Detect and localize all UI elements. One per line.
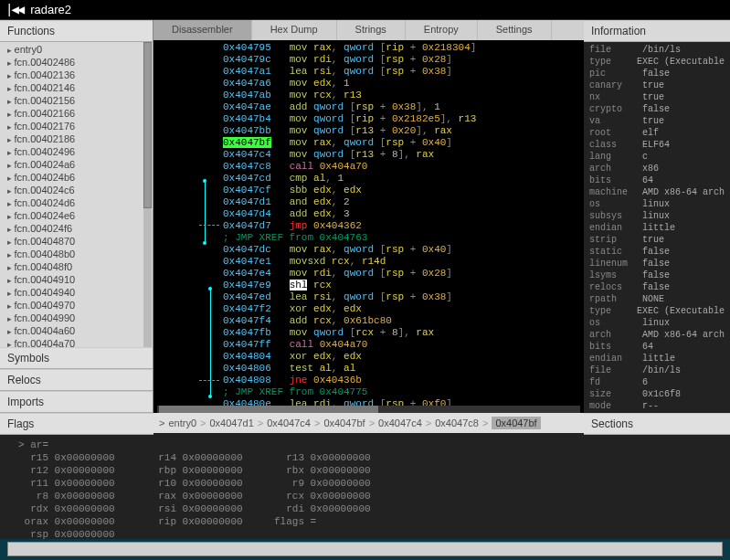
info-row: oslinux [589,317,725,329]
breadcrumb-item[interactable]: 0x4047c8 [435,417,479,428]
fn-item[interactable]: fcn.00404a60 [0,325,153,338]
breadcrumb-item[interactable]: 0x4047bf [323,417,365,428]
fn-item[interactable]: entry0 [0,44,153,57]
fn-item[interactable]: fcn.00404940 [0,287,153,300]
fn-item[interactable]: fcn.004048f0 [0,261,153,274]
disasm-line[interactable]: 0x4047bb mov qword [r13 + 0x20], rax [223,125,584,137]
left-panel: Functions entry0fcn.00402486fcn.00402136… [0,20,153,413]
fn-item[interactable]: fcn.00402496 [0,146,153,159]
scrollbar-thumb[interactable] [143,42,152,208]
info-row: archx86 [589,163,725,174]
functions-list[interactable]: entry0fcn.00402486fcn.00402136fcn.004021… [0,42,153,347]
fn-item[interactable]: fcn.004024d6 [0,197,153,210]
disasm-line[interactable]: 0x4047f2 xor edx, edx [223,303,584,315]
info-row: moder-- [589,400,725,412]
info-row: bits64 [589,341,725,353]
information-header[interactable]: Information [584,20,730,42]
fn-item[interactable]: fcn.004048b0 [0,248,153,261]
disasm-line[interactable]: 0x4047e9 shl rcx [223,280,584,291]
disasm-line[interactable]: 0x40479c mov rdi, qword [rsp + 0x28] [223,54,584,66]
info-row: typeEXEC (Executable [589,305,725,317]
disasm-line[interactable]: 0x404795 mov rax, qword [rip + 0x218304] [223,42,584,54]
disasm-line[interactable]: 0x404806 test al, al [223,363,584,375]
title-bar: |◀◀ radare2 [0,0,730,20]
fn-item[interactable]: fcn.00402156 [0,95,153,108]
info-row: endianlittle [589,222,725,234]
breadcrumb-item[interactable]: entry0 [168,417,196,428]
symbols-header[interactable]: Symbols [0,347,153,369]
fn-item[interactable]: fcn.00404870 [0,236,153,248]
imports-header[interactable]: Imports [0,391,153,413]
disasm-line[interactable]: 0x4047d4 add edx, 3 [223,208,584,220]
disasm-line[interactable]: 0x4047d7 jmp 0x404362 [223,220,584,232]
disasm-line[interactable]: 0x4047d1 and edx, 2 [223,196,584,208]
disasm-line[interactable]: 0x4047e1 movsxd rcx, r14d [223,256,584,268]
disasm-line[interactable]: 0x4047ae add qword [rsp + 0x38], 1 [223,101,584,113]
tab-strings[interactable]: Strings [337,20,406,40]
disasm-line[interactable]: 0x4047b4 mov qword [rip + 0x2182e5], r13 [223,113,584,125]
info-row: rpathNONE [589,293,725,305]
info-row: subsyslinux [589,210,725,222]
disasm-line[interactable]: 0x4047f4 add rcx, 0x61bc80 [223,315,584,327]
fn-item[interactable]: fcn.00402166 [0,108,153,121]
fn-item[interactable]: fcn.00402486 [0,57,153,69]
info-row: linenumfalse [589,258,725,269]
fn-item[interactable]: fcn.00404a70 [0,338,153,347]
center-panel: DisassemblerHex DumpStringsEntropySettin… [153,20,584,413]
disasm-line[interactable]: 0x404804 xor edx, edx [223,351,584,363]
fn-item[interactable]: fcn.00404990 [0,312,153,325]
tab-hex-dump[interactable]: Hex Dump [252,20,337,40]
fn-item[interactable]: fcn.00402136 [0,69,153,82]
fn-item[interactable]: fcn.004024b6 [0,172,153,185]
disasm-line[interactable]: 0x4047a6 mov edx, 1 [223,78,584,90]
breadcrumb[interactable]: > entry0 > 0x4047d1 > 0x4047c4 > 0x4047b… [153,413,584,433]
flags-header[interactable]: Flags [0,413,153,435]
console-reg-row: orax 0x00000000 rip 0x00000000flags = [18,515,712,528]
tab-settings[interactable]: Settings [478,20,552,40]
fn-item[interactable]: fcn.00402146 [0,82,153,95]
functions-header[interactable]: Functions [0,20,153,42]
fn-item[interactable]: fcn.004024f6 [0,223,153,236]
breadcrumb-item[interactable]: 0x4047c4 [378,417,422,428]
relocs-header[interactable]: Relocs [0,369,153,391]
disasm-line[interactable]: 0x4047cd cmp al, 1 [223,173,584,185]
disasm-line[interactable]: 0x4047e4 mov rdi, qword [rsp + 0x28] [223,268,584,280]
disasm-line[interactable]: 0x4047ff call 0x404a70 [223,339,584,351]
info-row: bits64 [589,174,725,186]
disasm-line[interactable]: ; JMP XREF from 0x404775 [223,386,584,398]
disasm-line[interactable]: 0x4047c4 mov qword [r13 + 8], rax [223,149,584,161]
fn-item[interactable]: fcn.00402176 [0,121,153,133]
command-input[interactable] [7,542,723,556]
info-row: archAMD x86-64 arch [589,329,725,341]
fn-item[interactable]: fcn.004024a6 [0,159,153,172]
disasm-line[interactable]: 0x4047cf sbb edx, edx [223,185,584,196]
fn-item[interactable]: fcn.004024c6 [0,185,153,197]
tab-entropy[interactable]: Entropy [406,20,478,40]
disasm-line[interactable]: 0x4047ed lea rsi, qword [rsp + 0x38] [223,291,584,303]
fn-item[interactable]: fcn.00402186 [0,133,153,146]
breadcrumb-item[interactable]: 0x4047c4 [267,417,311,428]
fn-item[interactable]: fcn.00404970 [0,300,153,312]
info-row: machineAMD x86-64 arch [589,186,725,198]
disasm-line[interactable]: 0x4047dc mov rax, qword [rsp + 0x40] [223,244,584,256]
disasm-line[interactable]: 0x4047bf mov rax, qword [rsp + 0x40] [223,137,584,149]
disasm-line[interactable]: 0x4047ab mov rcx, r13 [223,90,584,101]
breadcrumb-item[interactable]: 0x4047d1 [209,417,253,428]
nav-back-icons[interactable]: |◀◀ [5,2,23,17]
disasm-line[interactable]: 0x4047c8 call 0x404a70 [223,161,584,173]
h-scrollbar-thumb[interactable] [159,406,378,413]
disasm-line[interactable]: 0x4047a1 lea rsi, qword [rsp + 0x38] [223,66,584,78]
disasm-line[interactable]: 0x404808 jne 0x40436b [223,375,584,386]
info-row: langc [589,151,725,163]
info-row: typeEXEC (Executable [589,56,725,68]
disassembler-view[interactable]: 0x404795 mov rax, qword [rip + 0x218304]… [153,40,584,413]
fn-item[interactable]: fcn.00404910 [0,274,153,287]
sections-header[interactable]: Sections [584,413,730,435]
disasm-line[interactable]: 0x4047fb mov qword [rcx + 8], rax [223,327,584,339]
app-title: radare2 [30,3,71,16]
disasm-line[interactable]: ; JMP XREF from 0x404763 [223,232,584,244]
info-row: canarytrue [589,79,725,91]
tab-disassembler[interactable]: Disassembler [153,20,252,40]
fn-item[interactable]: fcn.004024e6 [0,210,153,223]
info-row: vatrue [589,115,725,127]
